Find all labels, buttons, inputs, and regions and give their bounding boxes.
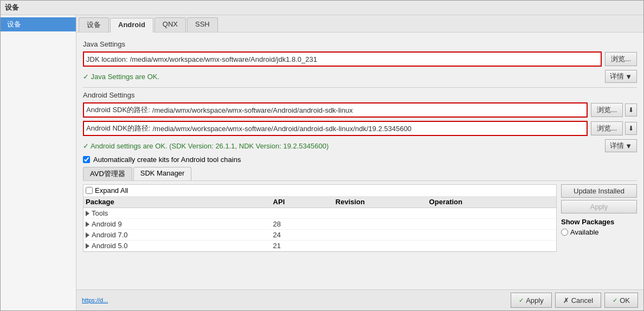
row-package-android9: Android 9 — [92, 220, 122, 228]
expand-icon-android50[interactable] — [86, 243, 89, 249]
tab-android[interactable]: Android — [110, 18, 153, 33]
sdk-browse-button[interactable]: 浏览... — [591, 103, 623, 117]
update-installed-button[interactable]: Update Installed — [561, 184, 637, 198]
col-header-package: Package — [86, 198, 273, 206]
jdk-browse-button[interactable]: 浏览... — [605, 52, 637, 66]
row-api-android70: 24 — [273, 231, 336, 239]
sdk-label: Android SDK的路径: — [86, 105, 150, 115]
bottom-apply-button[interactable]: ✓ Apply — [511, 293, 552, 308]
sdk-btn-group: 浏览... ⬇ — [591, 103, 637, 117]
apply-checkmark-icon: ✓ — [519, 297, 524, 304]
auto-kits-checkbox[interactable] — [83, 156, 90, 163]
row-package-android70: Android 7.0 — [92, 231, 128, 239]
ndk-label: Android NDK的路径: — [86, 124, 150, 133]
ndk-download-button[interactable]: ⬇ — [625, 122, 637, 135]
java-status-text: ✓ Java Settings are OK. — [83, 73, 159, 81]
ndk-field-row: Android NDK的路径: 浏览... ⬇ — [83, 121, 637, 136]
jdk-field-box: JDK location: — [83, 51, 602, 67]
inner-tab-avd[interactable]: AVD管理器 — [83, 167, 132, 180]
col-header-revision: Revision — [336, 198, 429, 206]
ndk-browse-button[interactable]: 浏览... — [591, 121, 623, 135]
row-package-tools: Tools — [92, 209, 108, 217]
auto-kits-row: Automatically create kits for Android to… — [83, 156, 637, 164]
main-panel: 设备 Android QNX SSH Java Settings J — [76, 15, 643, 310]
tab-qnx[interactable]: QNX — [154, 17, 186, 32]
java-details-button[interactable]: 详情 ▼ — [605, 70, 637, 83]
tabs-bar: 设备 Android QNX SSH — [76, 15, 643, 33]
tab-ssh[interactable]: SSH — [187, 17, 218, 32]
android-status-row: ✓ Android settings are OK. (SDK Version:… — [83, 139, 637, 152]
java-status-row: ✓ Java Settings are OK. 详情 ▼ — [83, 70, 637, 83]
inner-tabs-bar: AVD管理器 SDK Manager — [83, 167, 637, 181]
apply-button[interactable]: Apply — [561, 200, 637, 213]
row-package-android50: Android 5.0 — [92, 242, 128, 250]
sdk-table-header: Package API Revision Operation — [83, 196, 556, 208]
chevron-down-icon-2: ▼ — [625, 142, 632, 150]
jdk-label: JDK location: — [86, 55, 128, 63]
jdk-input[interactable] — [130, 55, 599, 63]
chevron-down-icon: ▼ — [625, 73, 632, 81]
sdk-right-panel: Update Installed Apply Show Packages Ava… — [561, 184, 637, 252]
expand-icon-android70[interactable] — [86, 232, 89, 238]
android-settings-title: Android Settings — [83, 91, 637, 99]
sdk-area: Expand All Package API Revision Operatio… — [83, 184, 637, 252]
content-area: Java Settings JDK location: 浏览... ✓ Java… — [76, 33, 643, 289]
expand-icon-android9[interactable] — [86, 222, 89, 227]
table-row: Tools — [83, 208, 556, 219]
col-header-api: API — [273, 198, 336, 206]
jdk-field-row: JDK location: 浏览... — [83, 51, 637, 67]
android-details-button[interactable]: 详情 ▼ — [605, 139, 637, 152]
bottom-cancel-button[interactable]: ✗ Cancel — [555, 293, 601, 308]
table-row: Android 7.0 24 — [83, 230, 556, 241]
expand-row: Expand All — [83, 185, 556, 196]
ndk-btn-group: 浏览... ⬇ — [591, 121, 637, 135]
ndk-field-box: Android NDK的路径: — [83, 121, 588, 136]
available-label: Available — [570, 228, 599, 236]
main-window: 设备 设备 设备 Android QNX SS — [0, 0, 644, 311]
section-separator-1 — [83, 87, 637, 88]
expand-icon-tools[interactable] — [86, 211, 89, 216]
sdk-download-button[interactable]: ⬇ — [625, 103, 637, 116]
table-row: Android 5.0 21 — [83, 241, 556, 251]
java-settings-title: Java Settings — [83, 40, 637, 48]
row-api-android50: 21 — [273, 242, 336, 250]
sdk-field-box: Android SDK的路径: — [83, 102, 588, 118]
sdk-list-panel: Expand All Package API Revision Operatio… — [83, 184, 557, 252]
bottom-link[interactable]: https://d... — [82, 297, 507, 303]
auto-kits-label: Automatically create kits for Android to… — [93, 156, 241, 164]
cancel-x-icon: ✗ — [563, 296, 569, 304]
expand-all-label[interactable]: Expand All — [95, 186, 128, 195]
ok-checkmark-icon: ✓ — [613, 297, 617, 304]
sdk-field-row: Android SDK的路径: 浏览... ⬇ — [83, 102, 637, 118]
sidebar-item-devices[interactable]: 设备 — [1, 17, 76, 31]
available-radio-row: Available — [561, 228, 637, 236]
sdk-input[interactable] — [152, 106, 584, 114]
expand-all-checkbox[interactable] — [86, 187, 93, 194]
left-panel: 设备 — [1, 15, 76, 310]
inner-tab-sdk[interactable]: SDK Manager — [133, 167, 192, 180]
window-titlebar: 设备 — [1, 1, 643, 15]
show-packages-label: Show Packages — [561, 218, 637, 226]
android-status-text: ✓ Android settings are OK. (SDK Version:… — [83, 142, 329, 150]
bottom-bar: https://d... ✓ Apply ✗ Cancel ✓ OK — [76, 289, 643, 310]
window-title: 设备 — [5, 3, 19, 11]
col-header-operation: Operation — [429, 198, 554, 206]
available-radio[interactable] — [561, 229, 568, 236]
bottom-ok-button[interactable]: ✓ OK — [604, 293, 638, 308]
tab-devices[interactable]: 设备 — [79, 17, 109, 32]
table-row: Android 9 28 — [83, 219, 556, 230]
ndk-input[interactable] — [152, 125, 584, 133]
row-api-android9: 28 — [273, 220, 336, 228]
window-body: 设备 设备 Android QNX SSH — [1, 15, 643, 310]
